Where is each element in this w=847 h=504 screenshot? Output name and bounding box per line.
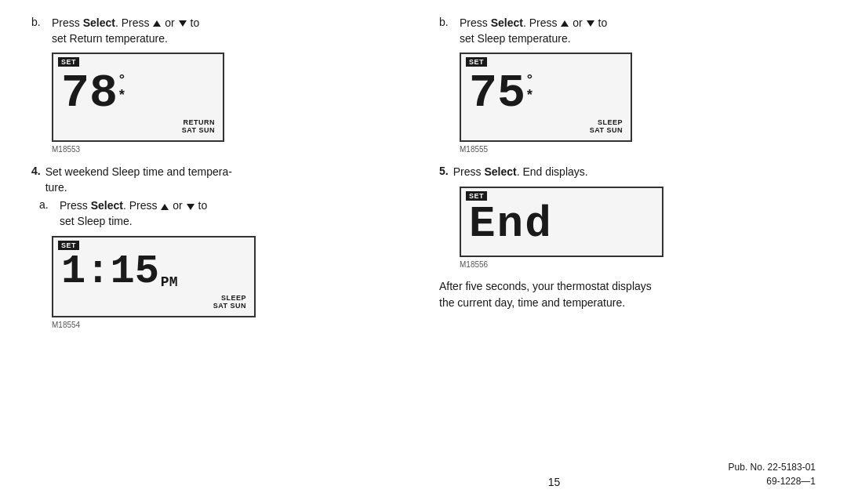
set-badge-sleep: SET xyxy=(466,57,487,67)
sleep-bottom-labels: SLEEP SAT SUN xyxy=(469,118,623,134)
arrow-down-4a-icon xyxy=(187,204,194,210)
set-badge-return: SET xyxy=(58,57,79,67)
model-sleep: M18555 xyxy=(460,145,816,154)
pub-line1: Pub. No. 22-5183-01 xyxy=(729,460,816,474)
arrow-down-sleep-icon xyxy=(587,20,594,27)
return-days: SAT SUN xyxy=(61,126,215,134)
section-b-sleep: b. Press Select. Press or to set Sleep t… xyxy=(439,16,816,46)
select-keyword: Select xyxy=(83,16,115,29)
lcd-end-display: SET End xyxy=(460,187,663,257)
arrow-up-icon xyxy=(153,20,161,27)
arrow-down-icon xyxy=(179,20,187,27)
section-b-label: b. xyxy=(31,16,45,28)
model-return: M18553 xyxy=(52,145,408,154)
time-colon: : xyxy=(85,252,110,292)
step5-text: Press Select. End displays. xyxy=(453,165,588,180)
section-b-sleep-text: Press Select. Press or to set Sleep temp… xyxy=(460,16,607,46)
step4a-row: a. Press Select. Press or to set Sleep t… xyxy=(39,198,408,229)
step4a-text: Press Select. Press or to set Sleep time… xyxy=(60,198,207,229)
after-text-line2: the current day, time and temperature. xyxy=(439,296,625,309)
select-keyword-b-sleep: Select xyxy=(491,16,523,29)
section-b-return-line2: set Return temperature. xyxy=(52,32,168,45)
degree-star-sleep: °* xyxy=(525,73,534,104)
page-container: b. Press Select. Press or to set Return … xyxy=(0,0,847,504)
lcd-return-number: 78°* xyxy=(61,70,215,117)
lcd-sleep-number: 75°* xyxy=(469,70,623,117)
pm-label: PM xyxy=(161,275,178,289)
sleep-label-time: SLEEP xyxy=(61,294,246,302)
step4-header: 4. Set weekend Sleep time and tempera-tu… xyxy=(31,165,408,195)
sleep-temp-digits: 75 xyxy=(469,70,525,117)
select-keyword-4a: Select xyxy=(91,199,123,212)
step4-number: 4. xyxy=(31,165,41,177)
select-keyword-5: Select xyxy=(484,165,516,178)
set-badge-time: SET xyxy=(58,241,79,250)
page-footer: 15 Pub. No. 22-5183-01 69-1228—1 xyxy=(31,457,816,488)
step4a-line2: set Sleep time. xyxy=(60,215,133,227)
step4-text: Set weekend Sleep time and tempera-ture. xyxy=(45,165,232,195)
lcd-sleep-display: SET 75°* SLEEP SAT SUN xyxy=(460,53,632,142)
section-b-return-text: Press Select. Press or to set Return tem… xyxy=(52,16,199,46)
return-temp-digits: 78 xyxy=(61,70,118,117)
pub-info: Pub. No. 22-5183-01 69-1228—1 xyxy=(729,460,816,488)
pub-line2: 69-1228—1 xyxy=(729,474,816,488)
main-columns: b. Press Select. Press or to set Return … xyxy=(31,16,816,451)
section-b-sleep-line2: set Sleep temperature. xyxy=(460,32,571,45)
arrow-up-4a-icon xyxy=(161,204,169,210)
time-minutes: 15 xyxy=(110,252,158,292)
time-hour: 1 xyxy=(61,252,85,292)
arrow-up-sleep-icon xyxy=(561,20,569,27)
step4a-label: a. xyxy=(39,198,53,211)
time-bottom-labels: SLEEP SAT SUN xyxy=(61,294,246,310)
right-column: b. Press Select. Press or to set Sleep t… xyxy=(424,16,816,451)
sleep-days: SAT SUN xyxy=(469,126,623,134)
lcd-sleep-time: 1:15PM xyxy=(61,252,246,292)
after-text: After five seconds, your thermostat disp… xyxy=(439,278,816,311)
lcd-time-display: SET 1:15PM SLEEP SAT SUN xyxy=(52,236,256,317)
page-number: 15 xyxy=(380,476,728,488)
section-b-sleep-label: b. xyxy=(439,16,453,28)
lcd-end-text: End xyxy=(469,202,654,246)
set-badge-end: SET xyxy=(466,191,487,201)
step5-number: 5. xyxy=(439,165,449,177)
model-end: M18556 xyxy=(460,260,816,269)
step5-header: 5. Press Select. End displays. xyxy=(439,165,816,180)
return-bottom-labels: RETURN SAT SUN xyxy=(61,118,215,134)
section-b-return: b. Press Select. Press or to set Return … xyxy=(31,16,408,46)
lcd-return-display: SET 78°* RETURN SAT SUN xyxy=(52,53,224,142)
degree-star-return: °* xyxy=(118,73,126,104)
model-time: M18554 xyxy=(52,321,408,329)
left-column: b. Press Select. Press or to set Return … xyxy=(31,16,424,451)
step5-text-after: . End displays. xyxy=(517,165,588,178)
sleep-days-time: SAT SUN xyxy=(61,302,246,310)
after-text-line1: After five seconds, your thermostat disp… xyxy=(439,280,652,292)
